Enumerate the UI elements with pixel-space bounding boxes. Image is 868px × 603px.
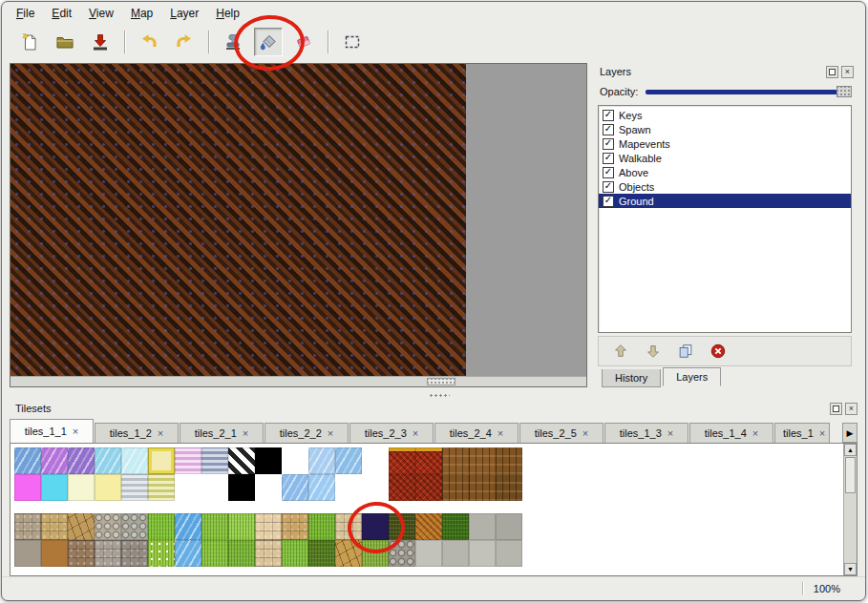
- close-tab-icon[interactable]: ×: [73, 426, 78, 437]
- layer-row[interactable]: ✓ Keys: [599, 108, 851, 122]
- close-tab-icon[interactable]: ×: [819, 428, 825, 439]
- layer-visibility-checkbox[interactable]: ✓: [603, 167, 614, 178]
- palette-tile[interactable]: [228, 447, 255, 474]
- layer-visibility-checkbox[interactable]: ✓: [603, 110, 614, 121]
- tileset-tab[interactable]: tiles_2_4 ×: [434, 423, 519, 443]
- layer-row[interactable]: ✓ Objects: [599, 179, 851, 194]
- palette-tile[interactable]: [14, 474, 41, 501]
- palette-tile[interactable]: [442, 540, 469, 567]
- palette-tile[interactable]: [201, 540, 228, 567]
- map-canvas[interactable]: [11, 64, 466, 376]
- palette-tile[interactable]: [95, 540, 121, 567]
- palette-tile[interactable]: [121, 513, 148, 540]
- palette-tile[interactable]: [68, 474, 95, 501]
- menu-edit[interactable]: Edit: [43, 4, 80, 23]
- opacity-slider-handle[interactable]: [836, 86, 852, 97]
- palette-tile[interactable]: [335, 447, 362, 474]
- palette-tile[interactable]: [14, 540, 41, 567]
- tileset-tab[interactable]: tiles_1 ×: [774, 423, 830, 443]
- close-tab-icon[interactable]: ×: [413, 428, 418, 439]
- close-panel-button[interactable]: ×: [841, 66, 854, 78]
- palette-tile[interactable]: [389, 447, 415, 474]
- new-file-button[interactable]: [15, 28, 44, 56]
- palette-tile[interactable]: [228, 513, 255, 540]
- palette-vertical-scrollbar[interactable]: ▲ ▼: [843, 444, 857, 575]
- palette-tile[interactable]: [68, 447, 95, 474]
- palette-tile[interactable]: [121, 540, 148, 567]
- close-tab-icon[interactable]: ×: [752, 428, 758, 439]
- stamp-tool-button[interactable]: [219, 28, 247, 56]
- delete-layer-button[interactable]: [708, 341, 729, 362]
- scrollbar-thumb[interactable]: [427, 378, 455, 385]
- palette-tile[interactable]: [41, 540, 68, 567]
- opacity-slider[interactable]: [646, 85, 852, 98]
- palette-tile[interactable]: [175, 540, 201, 567]
- tileset-tab[interactable]: tiles_2_5 ×: [519, 423, 603, 443]
- palette-tile[interactable]: [308, 474, 335, 501]
- palette-tile[interactable]: [442, 474, 469, 501]
- palette-tile[interactable]: [95, 474, 121, 501]
- duplicate-layer-button[interactable]: [675, 341, 696, 362]
- palette-tile[interactable]: [148, 513, 175, 540]
- palette-tile[interactable]: [335, 540, 362, 567]
- splitter-grip-icon[interactable]: [429, 393, 450, 398]
- palette-tile[interactable]: [308, 513, 335, 540]
- palette-tile[interactable]: [121, 474, 148, 501]
- layer-visibility-checkbox[interactable]: ✓: [603, 196, 614, 207]
- palette-tile[interactable]: [496, 540, 522, 567]
- menu-layer[interactable]: Layer: [161, 4, 207, 23]
- tileset-tab[interactable]: tiles_1_1 ×: [10, 419, 94, 443]
- menu-file[interactable]: File: [8, 4, 43, 23]
- palette-tile[interactable]: [389, 474, 415, 501]
- palette-tile[interactable]: [148, 447, 175, 474]
- tileset-tab[interactable]: tiles_1_3 ×: [604, 423, 688, 443]
- palette-tile[interactable]: [68, 540, 95, 567]
- palette-tile[interactable]: [121, 447, 148, 474]
- rect-select-tool-button[interactable]: [338, 28, 367, 56]
- dark-blue-palette-tile[interactable]: [362, 513, 389, 540]
- menu-help[interactable]: Help: [207, 4, 248, 23]
- palette-tile[interactable]: [148, 540, 175, 567]
- palette-tile[interactable]: [175, 513, 201, 540]
- palette-tile[interactable]: [95, 513, 121, 540]
- open-file-button[interactable]: [51, 28, 79, 56]
- palette-tile[interactable]: [496, 513, 522, 540]
- layer-visibility-checkbox[interactable]: ✓: [603, 153, 614, 164]
- palette-tile[interactable]: [308, 447, 335, 474]
- pane-splitter[interactable]: [2, 391, 865, 399]
- layer-row[interactable]: ✓ Above: [599, 165, 851, 179]
- close-tab-icon[interactable]: ×: [582, 428, 588, 439]
- palette-tile[interactable]: [41, 447, 68, 474]
- palette-tile[interactable]: [255, 513, 282, 540]
- palette-tile[interactable]: [41, 513, 68, 540]
- save-button[interactable]: [86, 28, 115, 56]
- palette-tile[interactable]: [469, 474, 496, 501]
- map-horizontal-scrollbar[interactable]: [11, 376, 586, 386]
- scrollbar-thumb[interactable]: [845, 457, 856, 493]
- palette-tile[interactable]: [201, 513, 228, 540]
- palette-tile[interactable]: [282, 513, 308, 540]
- float-panel-button[interactable]: [826, 66, 838, 78]
- palette-tile[interactable]: [469, 540, 496, 567]
- palette-tile[interactable]: [362, 540, 389, 567]
- palette-tile[interactable]: [415, 513, 442, 540]
- palette-tile[interactable]: [415, 540, 442, 567]
- close-tab-icon[interactable]: ×: [328, 428, 333, 439]
- palette-tile[interactable]: [282, 540, 308, 567]
- tab-scroll-right-button[interactable]: ▶: [842, 423, 857, 443]
- scroll-down-button[interactable]: ▼: [844, 563, 857, 575]
- raise-layer-button[interactable]: [610, 341, 631, 362]
- palette-tile[interactable]: [282, 474, 308, 501]
- palette-tile[interactable]: [308, 540, 335, 567]
- scroll-up-button[interactable]: ▲: [844, 444, 857, 456]
- palette-tile[interactable]: [14, 447, 41, 474]
- tab-history[interactable]: History: [602, 369, 661, 387]
- palette-tile[interactable]: [415, 447, 442, 474]
- palette-tile[interactable]: [335, 513, 362, 540]
- palette-tile[interactable]: [148, 474, 175, 501]
- palette-tile[interactable]: [442, 447, 469, 474]
- palette-tile[interactable]: [228, 540, 255, 567]
- tileset-tab[interactable]: tiles_2_2 ×: [265, 423, 349, 443]
- palette-tile[interactable]: [41, 474, 68, 501]
- palette-tile[interactable]: [496, 447, 522, 474]
